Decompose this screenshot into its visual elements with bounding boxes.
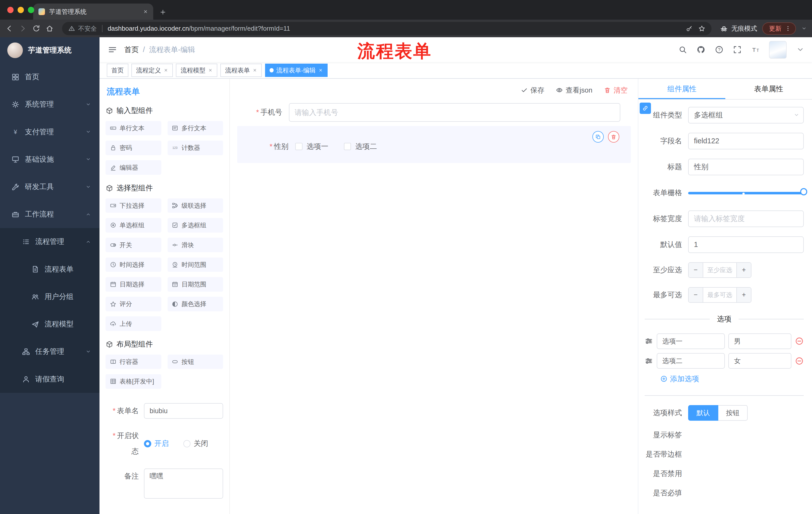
security-warning-icon[interactable] (68, 25, 75, 32)
title-input[interactable] (694, 163, 798, 171)
password-key-icon[interactable] (686, 25, 693, 32)
component-password[interactable]: 密码 (106, 141, 161, 155)
add-option-button[interactable]: 添加选项 (660, 374, 804, 384)
component-single-line-text[interactable]: 单行文本 (106, 121, 161, 136)
gender-option-1-checkbox[interactable]: 选项一 (295, 141, 328, 152)
component-rate[interactable]: 评分 (106, 297, 161, 311)
tab-form-props[interactable]: 表单属性 (725, 79, 812, 99)
tag-process-form[interactable]: 流程表单 (220, 64, 262, 77)
label-width-input[interactable] (694, 215, 798, 223)
option-2-label-input[interactable] (662, 357, 719, 365)
style-button-button[interactable]: 按钮 (718, 405, 748, 421)
browser-menu-icon[interactable] (785, 25, 791, 32)
home-button[interactable] (46, 24, 54, 33)
user-avatar[interactable] (769, 41, 787, 59)
tab-close-icon[interactable] (143, 9, 148, 14)
style-default-button[interactable]: 默认 (688, 405, 718, 421)
status-off-radio[interactable]: 关闭 (183, 438, 208, 449)
stepper-increase-button[interactable]: + (736, 263, 751, 277)
new-tab-button[interactable] (160, 9, 166, 16)
sidebar-item-task-management[interactable]: 任务管理 (0, 338, 99, 366)
component-slider[interactable]: 滑块 (168, 238, 223, 252)
help-icon[interactable]: ? (715, 45, 724, 54)
sidebar-toggle-icon[interactable] (108, 45, 117, 54)
breadcrumb-home[interactable]: 首页 (124, 45, 139, 55)
option-drag-handle-icon[interactable] (645, 337, 653, 345)
min-select-placeholder[interactable]: 至少应选 (703, 263, 736, 277)
stepper-decrease-button[interactable]: − (689, 288, 703, 302)
close-icon[interactable] (253, 68, 257, 73)
window-minimize-button[interactable] (18, 7, 24, 13)
window-zoom-button[interactable] (28, 7, 34, 13)
component-counter[interactable]: 123计数器 (168, 141, 223, 155)
fullscreen-icon[interactable] (733, 45, 742, 54)
address-bar[interactable]: 不安全 dashboard.yudao.iocoder.cn/bpm/manag… (62, 22, 712, 35)
tag-process-model[interactable]: 流程模型 (176, 64, 217, 77)
close-icon[interactable] (318, 68, 323, 73)
component-time-range[interactable]: 时间范围 (168, 258, 223, 272)
toolbar-caret-icon[interactable] (801, 26, 807, 31)
view-json-button[interactable]: 查看json (556, 85, 592, 95)
forward-button[interactable] (19, 24, 27, 33)
sidebar-item-dev-tools[interactable]: 研发工具 (0, 173, 99, 200)
default-value-input[interactable] (694, 240, 798, 249)
tab-component-props[interactable]: 组件属性 (638, 79, 725, 99)
close-icon[interactable] (208, 68, 213, 73)
component-time-picker[interactable]: 时间选择 (106, 258, 161, 272)
sidebar-item-process-management[interactable]: 流程管理 (0, 228, 99, 255)
sidebar-item-payment-management[interactable]: ¥ 支付管理 (0, 118, 99, 145)
github-icon[interactable] (696, 45, 705, 54)
sidebar-item-process-form[interactable]: 流程表单 (0, 255, 99, 283)
status-on-radio[interactable]: 开启 (144, 438, 169, 449)
component-cascader[interactable]: 级联选择 (168, 198, 223, 213)
option-1-value-input[interactable] (734, 337, 786, 345)
update-button[interactable]: 更新 (762, 22, 796, 35)
browser-tab[interactable]: 芋道管理系统 (33, 3, 153, 20)
form-name-input[interactable] (150, 407, 218, 415)
back-button[interactable] (5, 24, 13, 33)
stepper-increase-button[interactable]: + (736, 288, 751, 302)
sidebar-item-workflow[interactable]: 工作流程 (0, 201, 99, 228)
window-close-button[interactable] (7, 7, 13, 13)
component-type-select[interactable]: 多选框组 (688, 107, 804, 124)
sidebar-item-process-model[interactable]: 流程模型 (0, 310, 99, 338)
component-button[interactable]: 按钮 (168, 355, 223, 369)
avatar-caret-icon[interactable] (796, 45, 805, 54)
remove-option-icon[interactable] (795, 357, 804, 366)
option-2-value-input[interactable] (734, 357, 786, 365)
duplicate-field-button[interactable] (592, 131, 604, 142)
tag-home[interactable]: 首页 (107, 64, 128, 77)
reload-button[interactable] (32, 24, 40, 33)
bookmark-star-icon[interactable] (698, 25, 705, 32)
gender-field-block[interactable]: 性别 选项一 选项二 (237, 126, 631, 163)
gender-option-2-checkbox[interactable]: 选项二 (344, 141, 377, 152)
component-switch[interactable]: 开关 (106, 238, 161, 252)
sidebar-item-infrastructure[interactable]: 基础设施 (0, 145, 99, 173)
component-date-range[interactable]: 日期范围 (168, 277, 223, 292)
component-upload[interactable]: 上传 (106, 316, 161, 331)
phone-input[interactable] (295, 108, 615, 117)
component-checkbox-group[interactable]: 多选框组 (168, 218, 223, 233)
stepper-decrease-button[interactable]: − (689, 263, 703, 277)
option-drag-handle-icon[interactable] (645, 357, 653, 365)
link-button[interactable] (640, 103, 651, 114)
component-date-picker[interactable]: 日期选择 (106, 277, 161, 292)
component-editor[interactable]: 编辑器 (106, 160, 161, 175)
close-icon[interactable] (164, 68, 168, 73)
sidebar-item-system-management[interactable]: 系统管理 (0, 91, 99, 118)
save-button[interactable]: 保存 (521, 85, 545, 95)
slider-handle[interactable] (800, 188, 808, 195)
sidebar-item-home[interactable]: 首页 (0, 63, 99, 90)
clear-button[interactable]: 清空 (604, 85, 628, 95)
component-row-container[interactable]: 行容器 (106, 355, 161, 369)
delete-field-button[interactable] (608, 131, 619, 142)
tag-process-definition[interactable]: 流程定义 (132, 64, 173, 77)
option-1-label-input[interactable] (662, 337, 719, 345)
component-radio-group[interactable]: 单选框组 (106, 218, 161, 233)
field-name-input[interactable] (694, 137, 798, 145)
phone-field-row[interactable]: 手机号 (237, 103, 631, 122)
sidebar-item-leave-query[interactable]: 请假查询 (0, 366, 99, 393)
tag-process-form-edit[interactable]: 流程表单-编辑 (265, 64, 328, 77)
component-color-picker[interactable]: 颜色选择 (168, 297, 223, 311)
sidebar-item-user-group[interactable]: 用户分组 (0, 283, 99, 310)
